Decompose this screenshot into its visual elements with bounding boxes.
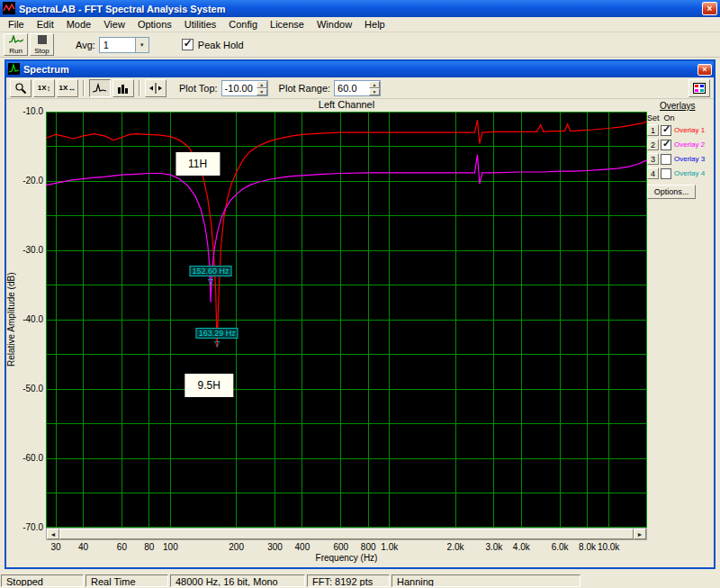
run-label: Run xyxy=(9,47,22,55)
plot-area: Left Channel Relative Amplitude (dB) ◄ ►… xyxy=(6,99,714,567)
spectrum-title-bar[interactable]: Spectrum × xyxy=(6,61,714,77)
menu-window[interactable]: Window xyxy=(310,18,358,31)
menu-config[interactable]: Config xyxy=(222,18,264,31)
overlays-header: Set On xyxy=(647,113,714,122)
plot-top-value: -10.00 xyxy=(222,81,256,95)
toolbar-separator xyxy=(139,80,140,96)
run-button[interactable]: Run xyxy=(4,33,28,56)
avg-dropdown-arrow-icon[interactable]: ▼ xyxy=(135,38,148,52)
menu-help[interactable]: Help xyxy=(358,18,392,31)
overlay-set-button-4[interactable]: 4 xyxy=(647,167,659,179)
plot-range-up-icon[interactable]: ▲ xyxy=(369,81,380,88)
plot-range-field[interactable]: 60.0 ▲▼ xyxy=(334,80,381,96)
overlay-set-button-1[interactable]: 1 xyxy=(647,124,659,136)
avg-select[interactable]: 1 ▼ xyxy=(99,37,149,53)
spectrum-icon xyxy=(8,63,20,77)
overlay-palette-button[interactable] xyxy=(688,79,710,97)
scrollbar-left-arrow-icon[interactable]: ◄ xyxy=(47,529,59,539)
x-tick-label: 3.0k xyxy=(485,542,502,552)
app-icon xyxy=(3,2,15,16)
close-button[interactable]: × xyxy=(702,2,717,15)
overlay-on-checkbox-4[interactable] xyxy=(661,168,671,179)
menu-license[interactable]: License xyxy=(264,18,310,31)
x-tick-label: 40 xyxy=(78,542,88,552)
scrollbar-thumb[interactable] xyxy=(59,529,634,539)
overlay-on-checkbox-3[interactable] xyxy=(661,154,671,165)
cursor-button[interactable] xyxy=(145,79,166,97)
menu-utilities[interactable]: Utilities xyxy=(178,18,222,31)
overlay-row-2: 2Overlay 2 xyxy=(647,138,714,151)
overlay-label-3: Overlay 3 xyxy=(674,155,705,163)
stop-button[interactable]: Stop xyxy=(30,33,54,56)
plot-scrollbar[interactable]: ◄ ► xyxy=(46,528,647,540)
x-tick-label: 600 xyxy=(333,542,348,552)
menu-file[interactable]: File xyxy=(2,18,31,31)
application-window: SpectraLAB - FFT Spectral Analysis Syste… xyxy=(0,0,720,588)
plot-top-field[interactable]: -10.00 ▲▼ xyxy=(221,80,268,96)
menu-bar: FileEditModeViewOptionsUtilitiesConfigLi… xyxy=(0,17,720,32)
spectrum-plot[interactable] xyxy=(46,112,647,528)
status-bar: StoppedReal Time48000 Hz, 16 bit, MonoFF… xyxy=(0,574,720,588)
y-tick-label: -60.0 xyxy=(14,453,43,463)
spectrum-toolbar: 1X↕1X↔ Plot Top: -10.00 ▲▼ Plot Range: 6… xyxy=(6,77,714,99)
overlay-options-button[interactable]: Options... xyxy=(647,185,696,199)
bar-plot-button[interactable] xyxy=(112,79,134,97)
overlay-on-checkbox-2[interactable] xyxy=(661,140,671,150)
unzoom-x-button[interactable]: 1X↔ xyxy=(57,79,78,97)
avg-value: 1 xyxy=(100,40,135,50)
x-axis-label: Frequency (Hz) xyxy=(46,553,647,563)
x-tick-label: 80 xyxy=(144,542,154,552)
line-plot-button[interactable] xyxy=(89,79,111,97)
y-tick-label: -30.0 xyxy=(14,245,43,255)
peak-hold-label: Peak Hold xyxy=(198,40,244,50)
plot-range-down-icon[interactable]: ▼ xyxy=(369,88,380,95)
overlay-label-1: Overlay 1 xyxy=(674,126,705,134)
x-tick-label: 4.0k xyxy=(513,542,530,552)
cursor-readout: 152.60 Hz xyxy=(190,266,232,276)
menu-mode[interactable]: Mode xyxy=(60,18,98,31)
status-cell-2: 48000 Hz, 16 bit, Mono xyxy=(170,574,305,587)
overlay-set-button-2[interactable]: 2 xyxy=(647,139,659,150)
y-tick-label: -50.0 xyxy=(14,384,43,394)
spectrum-close-button[interactable]: × xyxy=(698,64,712,76)
x-tick-label: 60 xyxy=(117,542,127,552)
menu-view[interactable]: View xyxy=(97,18,131,31)
overlay-row-1: 1Overlay 1 xyxy=(647,123,714,137)
zoom-button[interactable] xyxy=(10,79,32,97)
scrollbar-right-arrow-icon[interactable]: ► xyxy=(634,529,646,539)
overlays-rows: 1Overlay 12Overlay 23Overlay 34Overlay 4 xyxy=(647,123,714,180)
menu-edit[interactable]: Edit xyxy=(31,18,60,31)
overlay-row-3: 3Overlay 3 xyxy=(647,152,714,166)
main-toolbar: Run Stop Avg: 1 ▼ Peak Hold xyxy=(0,32,720,58)
overlays-col-set: Set xyxy=(647,113,660,122)
plot-top-spinner[interactable]: ▲▼ xyxy=(256,81,267,95)
x-tick-label: 2.0k xyxy=(447,542,464,552)
title-bar[interactable]: SpectraLAB - FFT Spectral Analysis Syste… xyxy=(0,0,720,17)
toolbar-separator xyxy=(83,80,85,96)
plot-top-up-icon[interactable]: ▲ xyxy=(256,81,267,88)
peak-hold-checkbox[interactable] xyxy=(182,39,194,50)
x-tick-label: 800 xyxy=(361,542,376,552)
menu-options[interactable]: Options xyxy=(131,18,178,31)
stop-label: Stop xyxy=(34,47,49,55)
x-tick-label: 8.0k xyxy=(579,542,596,552)
plot-fields-group: Plot Top: -10.00 ▲▼ Plot Range: 60.0 ▲▼ xyxy=(168,80,381,96)
cursor-marker-icon: ▽ xyxy=(208,278,213,285)
plot-range-value: 60.0 xyxy=(335,81,369,95)
overlay-on-checkbox-1[interactable] xyxy=(661,125,671,136)
plot-top-label: Plot Top: xyxy=(179,83,218,94)
plot-range-label: Plot Range: xyxy=(279,83,330,94)
status-cell-1: Real Time xyxy=(86,574,168,587)
cursor-marker-icon: ▽ xyxy=(214,340,220,348)
plot-top-down-icon[interactable]: ▼ xyxy=(256,88,267,95)
overlay-set-button-3[interactable]: 3 xyxy=(647,153,659,165)
status-cell-3: FFT: 8192 pts xyxy=(307,574,390,587)
plot-range-spinner[interactable]: ▲▼ xyxy=(369,81,380,95)
y-tick-label: -20.0 xyxy=(14,176,43,185)
unzoom-y-button[interactable]: 1X↕ xyxy=(33,79,55,97)
status-cell-0: Stopped xyxy=(1,574,84,587)
harmonic-annotation: 9.5H xyxy=(185,374,233,397)
cursor-readout: 163.29 Hz xyxy=(196,328,238,339)
x-tick-label: 400 xyxy=(295,542,310,552)
window-title: SpectraLAB - FFT Spectral Analysis Syste… xyxy=(19,4,702,14)
